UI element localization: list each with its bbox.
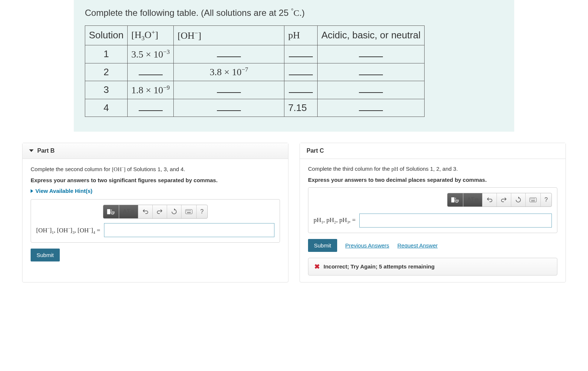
svg-rect-12 [530,198,536,202]
submit-button-c[interactable]: Submit [308,239,337,252]
svg-rect-9 [452,197,454,202]
svg-rect-4 [186,211,187,211]
col-solution: Solution [85,26,128,45]
part-c-panel: Part C Complete the third column for the… [300,143,566,282]
part-c-instruction: Complete the third column for the pH of … [308,166,557,172]
equation-toolbar: x ΑΣφ ? [447,193,552,207]
cell-classify [318,45,425,63]
keyboard-button[interactable] [181,205,197,218]
cell-oh: 3.8 × 10−7 [174,63,284,81]
answer-label-c: pH1, pH2, pH3, = [314,216,356,224]
cell-ph [284,63,318,81]
svg-rect-17 [531,200,535,201]
submit-button-b[interactable]: Submit [31,249,60,261]
svg-rect-6 [189,211,190,211]
cell-classify [318,63,425,81]
previous-answers-link[interactable]: Previous Answers [345,242,389,249]
answer-input-b[interactable] [104,223,274,237]
problem-statement: Complete the following table. (All solut… [74,0,514,132]
caret-right-icon [31,189,33,193]
table-row: 2 3.8 × 10−7 [85,63,425,81]
cell-n: 3 [85,81,128,99]
svg-text:x: x [455,197,456,200]
reset-button[interactable] [167,205,181,218]
answer-label-b: [OH−]1, [OH−]3, [OH−]4 = [36,226,100,235]
symbols-button[interactable]: ΑΣφ [119,205,138,218]
reset-button[interactable] [511,193,526,207]
cell-n: 4 [85,99,128,117]
action-row-c: Submit Previous Answers Request Answer [308,239,557,252]
x-icon: ✖ [314,263,320,271]
svg-rect-8 [187,212,191,213]
svg-rect-0 [107,209,110,214]
cell-oh [174,81,284,99]
caret-down-icon [29,149,34,152]
templates-button[interactable]: x [447,193,463,207]
svg-rect-11 [456,201,458,202]
cell-ph [284,81,318,99]
cell-classify [318,99,425,117]
cell-h3o: 1.8 × 10−9 [127,81,173,99]
col-h3o: [H3O+] [127,26,173,45]
cell-oh [174,99,284,117]
cell-h3o [127,99,173,117]
prompt-unit: C [293,8,299,18]
svg-rect-2 [112,212,114,214]
svg-text:x: x [111,208,112,212]
col-classify: Acidic, basic, or neutral [318,26,425,45]
data-table: Solution [H3O+] [OH−] pH Acidic, basic, … [85,25,425,117]
keyboard-button[interactable] [526,193,541,207]
request-answer-link[interactable]: Request Answer [397,242,437,249]
part-b-title: Part B [37,148,55,154]
view-hints-link[interactable]: View Available Hint(s) [31,188,93,194]
part-c-express: Express your answers to two decimal plac… [308,177,557,183]
svg-rect-16 [534,198,535,199]
redo-button[interactable] [497,193,511,207]
table-row: 1 3.5 × 10−3 [85,45,425,63]
svg-rect-14 [532,198,533,199]
redo-button[interactable] [153,205,167,218]
cell-n: 1 [85,45,128,63]
svg-rect-13 [530,198,531,199]
feedback-text: Incorrect; Try Again; 5 attempts remaini… [324,263,435,270]
col-ph: pH [284,26,318,45]
answer-box-c: x ΑΣφ ? pH1, pH2, pH3, = [308,187,557,233]
prompt-text: Complete the following table. (All solut… [85,7,503,18]
templates-button[interactable]: x [103,205,119,218]
undo-button[interactable] [138,205,153,218]
svg-rect-5 [188,211,188,211]
col-oh: [OH−] [174,26,284,45]
symbols-button[interactable]: ΑΣφ [463,193,482,207]
help-button[interactable]: ? [541,193,551,207]
cell-ph: 7.15 [284,99,318,117]
part-b-panel: Part B Complete the second column for [O… [22,143,288,282]
answer-box-b: x ΑΣφ ? [OH−]1, [OH−]3, [OH−]4 = [31,199,280,243]
svg-rect-7 [190,211,191,211]
svg-rect-3 [186,209,192,214]
cell-classify [318,81,425,99]
equation-toolbar: x ΑΣφ ? [103,205,208,219]
svg-rect-15 [533,198,534,199]
undo-button[interactable] [482,193,497,207]
prompt-before: Complete the following table. (All solut… [85,8,291,18]
table-row: 4 7.15 [85,99,425,117]
help-button[interactable]: ? [197,205,207,218]
cell-h3o: 3.5 × 10−3 [127,45,173,63]
part-c-title: Part C [307,148,324,154]
part-b-header[interactable]: Part B [23,143,288,159]
answer-input-c[interactable] [359,214,552,228]
table-header-row: Solution [H3O+] [OH−] pH Acidic, basic, … [85,26,425,45]
cell-n: 2 [85,63,128,81]
cell-oh [174,45,284,63]
cell-ph [284,45,318,63]
table-row: 3 1.8 × 10−9 [85,81,425,99]
prompt-after: .) [299,8,305,18]
part-b-express: Express your answers to two significant … [31,177,280,183]
cell-h3o [127,63,173,81]
part-b-instruction: Complete the second column for [OH−] of … [31,166,280,173]
part-c-header[interactable]: Part C [300,143,565,159]
feedback-box: ✖ Incorrect; Try Again; 5 attempts remai… [308,258,557,275]
